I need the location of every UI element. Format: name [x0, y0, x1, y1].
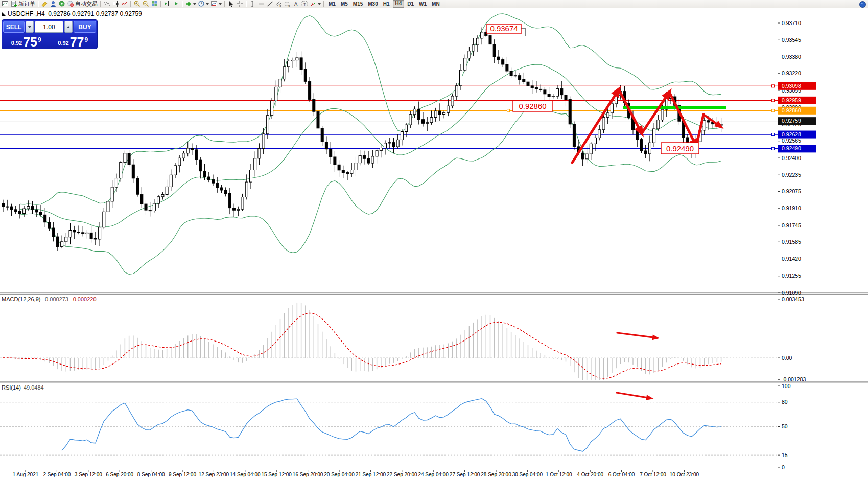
timeframe-button-mn[interactable]: MN	[430, 1, 442, 7]
macd-main-value: -0.000273	[43, 296, 68, 302]
timeframe-button-m15[interactable]: M15	[351, 1, 365, 7]
mt4-window: 0.936740.928600.924900.937100.935450.933…	[0, 0, 868, 478]
svg-text:27 Sep 12:00: 27 Sep 12:00	[450, 472, 480, 477]
timeframe-button-m30[interactable]: M30	[366, 1, 380, 7]
periods-button[interactable]	[197, 0, 210, 8]
market-watch-button[interactable]	[40, 0, 49, 8]
volume-input[interactable]	[35, 21, 63, 33]
tile-windows-button[interactable]	[150, 0, 159, 8]
timeframe-button-m5[interactable]: M5	[339, 1, 350, 7]
timeframe-button-w1[interactable]: W1	[417, 1, 429, 7]
buy-price-prefix: 0.92	[58, 38, 68, 48]
svg-text:1 Oct 12:00: 1 Oct 12:00	[546, 472, 572, 477]
bar-chart-button[interactable]	[103, 0, 111, 8]
volume-increase-button[interactable]	[64, 21, 73, 33]
volume-decrease-button[interactable]	[26, 21, 34, 33]
svg-text:0.93220: 0.93220	[782, 70, 801, 76]
chevron-down-icon	[318, 3, 321, 5]
line-handle[interactable]	[507, 109, 510, 112]
svg-text:28 Sep 20:00: 28 Sep 20:00	[481, 472, 511, 477]
svg-text:12 Sep 23:00: 12 Sep 23:00	[199, 472, 229, 477]
brush-glyph	[41, 1, 48, 7]
horizontal-line-tool[interactable]	[257, 0, 266, 8]
line-handle[interactable]	[772, 133, 775, 136]
chevron-down-icon	[206, 3, 209, 5]
sell-price-button[interactable]: 0.92759	[3, 33, 50, 49]
timeframe-button-h1[interactable]: H1	[381, 1, 392, 7]
line-handle[interactable]	[772, 99, 775, 102]
signal-glyph	[59, 1, 65, 7]
template-glyph	[211, 1, 218, 7]
macd-name: MACD(12,26,9)	[2, 296, 40, 302]
green-zone-bar[interactable]	[623, 106, 726, 109]
toolbar-separator	[38, 1, 39, 7]
shift-glyph	[164, 1, 171, 7]
timeframe-button-m1[interactable]: M1	[326, 1, 338, 7]
chart-window-icon[interactable]	[1, 0, 10, 8]
zoomout-glyph	[143, 1, 149, 7]
svg-text:6 Oct 04:00: 6 Oct 04:00	[608, 472, 635, 477]
crosshair-tool[interactable]	[236, 0, 244, 8]
svg-text:22 Sep 20:00: 22 Sep 20:00	[387, 472, 417, 477]
cursor-glyph	[228, 1, 234, 7]
toolbar-separator	[224, 1, 225, 7]
auto-scroll-button[interactable]	[172, 0, 180, 8]
label-tool[interactable]: T	[300, 0, 309, 8]
channel-tool[interactable]: E	[274, 0, 283, 8]
one-click-trading-panel: SELL BUY 0.92759 0.92779	[2, 19, 98, 49]
svg-text:0.93674: 0.93674	[490, 24, 518, 33]
timeframe-button-h4[interactable]: H4	[393, 0, 405, 8]
sell-price-big: 75	[23, 36, 37, 48]
buy-button[interactable]: BUY	[74, 21, 96, 33]
vertical-line-tool[interactable]	[248, 0, 257, 8]
svg-text:0.92759: 0.92759	[782, 118, 801, 124]
bars-glyph	[104, 1, 110, 7]
line-handle[interactable]	[772, 109, 775, 112]
candlestick-button[interactable]	[111, 0, 120, 8]
line-handle[interactable]	[772, 147, 775, 150]
new-order-button[interactable]: 新订单	[10, 0, 36, 8]
textT-glyph: T	[301, 1, 308, 7]
svg-text:80: 80	[782, 399, 788, 405]
fibonacci-tool[interactable]: F	[283, 0, 292, 8]
rsi-indicator-label: RSI(14)49.0484	[2, 384, 44, 391]
navigator-button[interactable]	[58, 0, 66, 8]
data-window-button[interactable]	[49, 0, 58, 8]
autotrading-button[interactable]: 自动交易	[66, 0, 99, 8]
trendline-tool[interactable]	[266, 0, 274, 8]
templates-button[interactable]	[210, 0, 223, 8]
broker-logo-icon	[859, 1, 866, 10]
arrows-tool[interactable]	[309, 0, 322, 8]
trend-glyph	[267, 1, 273, 7]
line-chart-button[interactable]	[120, 0, 129, 8]
fibo-glyph: F	[284, 1, 291, 7]
svg-text:0.91255: 0.91255	[782, 272, 801, 279]
chevron-down-icon	[219, 3, 222, 5]
svg-text:1 Aug 2021: 1 Aug 2021	[13, 472, 39, 477]
line-handle[interactable]	[772, 85, 775, 87]
buy-price-button[interactable]: 0.92779	[50, 33, 97, 49]
svg-text:3 Sep 12:00: 3 Sep 12:00	[75, 472, 102, 477]
svg-text:21 Sep 12:00: 21 Sep 12:00	[356, 472, 386, 477]
timeframe-button-d1[interactable]: D1	[405, 1, 416, 7]
cursor-tool[interactable]	[227, 0, 236, 8]
svg-text:0.93545: 0.93545	[782, 37, 801, 43]
chart-canvas[interactable]: 0.936740.928600.924900.937100.935450.933…	[0, 0, 868, 478]
svg-text:0.91420: 0.91420	[782, 256, 801, 262]
svg-text:-0.001283: -0.001283	[782, 376, 806, 382]
zoom-out-button[interactable]	[142, 0, 150, 8]
sell-button[interactable]: SELL	[3, 21, 25, 33]
toolbar-separator	[246, 1, 247, 7]
chart-shift-button[interactable]	[163, 0, 172, 8]
autotrade-glyph	[67, 1, 74, 7]
scroll-glyph	[173, 1, 179, 7]
channel-glyph: E	[275, 1, 282, 7]
svg-text:E: E	[280, 5, 282, 8]
svg-text:24 Sep 04:00: 24 Sep 04:00	[418, 472, 449, 477]
svg-text:16 Sep 20:00: 16 Sep 20:00	[293, 472, 323, 477]
text-tool[interactable]: A	[292, 0, 300, 8]
indicators-button[interactable]	[184, 0, 197, 8]
zoom-in-button[interactable]	[133, 0, 142, 8]
svg-text:0.93380: 0.93380	[782, 54, 801, 60]
svg-text:0.92860: 0.92860	[782, 107, 801, 113]
